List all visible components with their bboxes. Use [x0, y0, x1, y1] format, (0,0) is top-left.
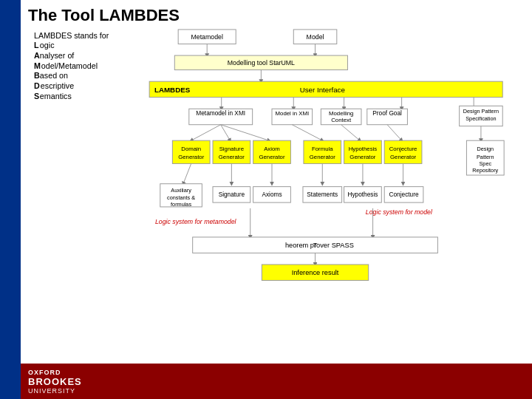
- left-bar: [0, 0, 21, 399]
- svg-text:Signature: Signature: [219, 146, 244, 152]
- svg-text:LAMBDES stands for: LAMBDES stands for: [34, 31, 109, 40]
- svg-text:Generator: Generator: [390, 154, 417, 160]
- svg-text:Metamodel: Metamodel: [191, 33, 223, 41]
- svg-text:nalyser of: nalyser of: [40, 51, 74, 60]
- svg-text:Statements: Statements: [307, 191, 338, 198]
- svg-text:Spec: Spec: [479, 160, 491, 167]
- svg-text:Conjecture: Conjecture: [389, 191, 419, 198]
- svg-text:Modelling: Modelling: [329, 110, 353, 117]
- svg-line-47: [387, 125, 402, 140]
- svg-text:Generator: Generator: [259, 154, 285, 160]
- svg-text:Proof Goal: Proof Goal: [372, 109, 402, 117]
- svg-text:Specification: Specification: [466, 115, 496, 122]
- svg-text:formulas: formulas: [171, 201, 191, 208]
- svg-text:Logic system for model: Logic system for model: [366, 208, 433, 216]
- svg-text:User Interface: User Interface: [300, 86, 345, 94]
- title-text: The Tool LAMBDES: [28, 6, 180, 24]
- svg-text:constants &: constants &: [167, 194, 195, 201]
- svg-text:Design: Design: [477, 146, 494, 152]
- svg-line-44: [221, 125, 269, 140]
- svg-text:Model in XMI: Model in XMI: [276, 110, 310, 117]
- svg-text:Conjecture: Conjecture: [389, 146, 417, 152]
- svg-text:Auxiliary: Auxiliary: [171, 187, 191, 194]
- svg-text:Hypothesis: Hypothesis: [347, 191, 378, 198]
- page-title: The Tool LAMBDES: [28, 6, 525, 25]
- svg-text:A: A: [34, 51, 40, 60]
- svg-text:ogic: ogic: [40, 41, 55, 50]
- svg-text:escriptive: escriptive: [41, 81, 74, 90]
- svg-text:Formula: Formula: [312, 146, 333, 152]
- bottom-bar: OXFORD BROOKES UNIVERSITY: [21, 364, 532, 399]
- svg-text:heorem prover SPASS: heorem prover SPASS: [285, 242, 354, 249]
- svg-line-72: [183, 163, 191, 183]
- svg-text:B: B: [34, 71, 40, 80]
- svg-line-42: [191, 125, 221, 140]
- svg-line-45: [292, 125, 322, 140]
- oxford-text: OXFORD: [28, 369, 61, 376]
- oxford-logo: OXFORD BROOKES UNIVERSITY: [28, 369, 82, 395]
- svg-text:ased on: ased on: [40, 71, 68, 80]
- svg-text:Pattern: Pattern: [477, 154, 494, 160]
- svg-text:LAMBDES: LAMBDES: [154, 86, 191, 94]
- svg-text:Logic system for metamodel: Logic system for metamodel: [155, 218, 237, 225]
- svg-line-46: [341, 125, 360, 140]
- svg-text:Context: Context: [331, 117, 352, 123]
- svg-text:Generator: Generator: [349, 154, 376, 160]
- svg-text:Metamodel in XMI: Metamodel in XMI: [196, 109, 245, 117]
- svg-text:Inference result: Inference result: [292, 269, 339, 276]
- svg-text:Domain: Domain: [181, 146, 201, 152]
- svg-text:D: D: [34, 81, 40, 90]
- svg-text:Design Pattern: Design Pattern: [463, 108, 499, 115]
- lambdes-diagram: LAMBDES stands for L ogic A nalyser of M…: [28, 28, 516, 324]
- svg-text:L: L: [34, 41, 39, 50]
- brookes-text: BROOKES: [28, 376, 82, 387]
- diagram-area: LAMBDES stands for L ogic A nalyser of M…: [28, 28, 516, 324]
- svg-text:odel/Metamodel: odel/Metamodel: [41, 61, 98, 70]
- university-text: UNIVERSITY: [28, 387, 75, 395]
- svg-text:emantics: emantics: [40, 92, 72, 100]
- svg-text:Hypothesis: Hypothesis: [349, 146, 378, 152]
- svg-text:Model: Model: [307, 33, 324, 41]
- svg-text:Axiom: Axiom: [264, 146, 280, 152]
- main-content: The Tool LAMBDES LAMBDES stands for L og…: [21, 0, 532, 399]
- svg-text:Generator: Generator: [178, 154, 205, 160]
- svg-text:S: S: [34, 92, 39, 100]
- svg-text:Generator: Generator: [219, 154, 245, 160]
- svg-text:Generator: Generator: [310, 154, 336, 160]
- svg-text:M: M: [34, 61, 41, 70]
- svg-text:Modelling tool StarUML: Modelling tool StarUML: [228, 59, 295, 66]
- svg-text:Repository: Repository: [472, 167, 498, 174]
- svg-text:Signature: Signature: [219, 191, 245, 198]
- svg-text:Axioms: Axioms: [262, 191, 282, 198]
